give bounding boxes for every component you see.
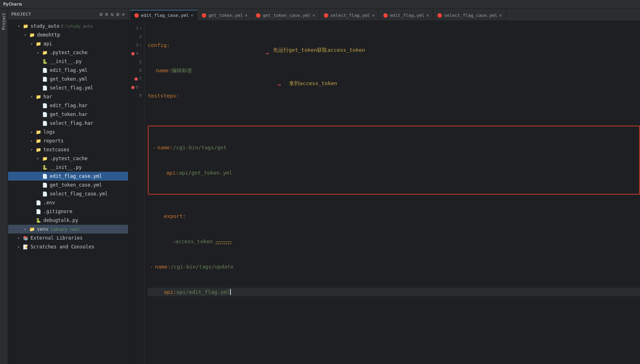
arrow-logs	[29, 129, 35, 135]
tree-label-edit-flag-case: edit_flag_case.yml	[50, 173, 102, 179]
close-icon[interactable]: ×	[122, 11, 125, 17]
tree-label-select-flag-har: select_flag.har	[50, 120, 93, 126]
tab-edit-flag[interactable]: 🔴 edit_flag.yml ×	[379, 10, 433, 20]
tab-select-flag-case[interactable]: 🔴 select_flag_case.yml ×	[433, 10, 506, 20]
tab-label-edit-flag: edit_flag.yml	[390, 13, 424, 18]
tree-item-study-auto[interactable]: 📁 study_auto E:\study_auto	[8, 22, 128, 31]
settings-icon[interactable]: ⚙	[100, 11, 103, 17]
tree-label-init-api: __init__.py	[50, 59, 82, 64]
tree-item-reports[interactable]: 📁 reports	[8, 136, 128, 145]
arrow-demohttp	[22, 32, 28, 38]
tree-item-select-flag-har[interactable]: 📄 select_flag.har	[8, 119, 128, 128]
har-icon-edit-flag: 📄	[42, 102, 48, 109]
tree-item-pytest-cache-api[interactable]: 📁 .pytest_cache	[8, 48, 128, 57]
tree-item-pytest-cache-tc[interactable]: 📁 .pytest_cache	[8, 154, 128, 163]
tab-get-token-case[interactable]: 🔴 get_token_case.yml ×	[252, 10, 319, 20]
collapse-icon[interactable]: ≡	[105, 11, 108, 17]
tree-item-get-token-case-yml[interactable]: 📄 get_token_case.yml	[8, 181, 128, 189]
gear-icon[interactable]: ⚙	[116, 11, 119, 17]
sort-icon[interactable]: ⇅	[111, 11, 114, 17]
leaf-select-flag-har	[35, 120, 41, 126]
tree-item-select-flag-yml[interactable]: 📄 select_flag.yml	[8, 83, 128, 92]
tree-item-env[interactable]: 📄 .env	[8, 198, 128, 207]
tree-item-har[interactable]: 📁 har	[8, 92, 128, 101]
tab-icon-select-flag: 🔴	[324, 13, 328, 18]
tab-label-edit-flag-case: edit_flag_case.yml	[141, 13, 189, 18]
code-content[interactable]: config: name: 编辑标签 teststeps: -name: /cg…	[145, 21, 640, 364]
tree-label-select-flag-yml: select_flag.yml	[50, 85, 93, 91]
code-line-2: name: 编辑标签	[148, 66, 640, 75]
tree-item-edit-flag-yml-api[interactable]: 📄 edit_flag.yml	[8, 66, 128, 75]
tree-item-get-token-har[interactable]: 📄 get_token.har	[8, 110, 128, 119]
leaf-edit-flag-api	[35, 67, 41, 73]
project-tab[interactable]: Project	[1, 10, 7, 32]
tab-close-get-token[interactable]: ×	[245, 13, 247, 18]
tree-label-edit-flag-har: edit_flag.har	[50, 103, 88, 108]
tree-item-edit-flag-har[interactable]: 📄 edit_flag.har	[8, 101, 128, 110]
annotation-access-token: 拿到access_token	[289, 79, 337, 87]
tab-label-get-token-case: get_token_case.yml	[263, 13, 310, 18]
tree-label-logs: logs	[43, 129, 55, 135]
tree-item-external-libs[interactable]: 📚 External Libraries	[8, 234, 128, 242]
tab-close-get-token-case[interactable]: ×	[313, 13, 315, 18]
py-icon-init-api: 🐍	[42, 58, 48, 65]
folder-icon-testcases: 📁	[35, 146, 42, 153]
tree-item-venv[interactable]: 📁 venv library root	[8, 225, 128, 234]
folder-icon-cache-api: 📁	[42, 49, 48, 56]
vertical-tabs: Project	[0, 9, 8, 364]
tree-item-scratches[interactable]: 📝 Scratches and Consoles	[8, 242, 128, 251]
tree-item-debugtalk[interactable]: 🐍 debugtalk.py	[8, 216, 128, 225]
code-editor[interactable]: 1▾ 2 3▾ 4- 5 6 7 8- 9 config: name: 编辑标签	[128, 21, 640, 364]
tree-item-gitignore[interactable]: 📄 .gitignore	[8, 207, 128, 216]
leaf-select-flag-case	[35, 191, 41, 197]
leaf-get-token	[35, 76, 41, 82]
tree-label-demohttp: demohttp	[37, 32, 60, 38]
code-line-9: api: api/edit_flag.yml	[148, 288, 640, 296]
tab-close-edit-flag-case[interactable]: ×	[191, 13, 193, 18]
tree-label-get-token-har: get_token.har	[50, 112, 88, 117]
tab-close-edit-flag[interactable]: ×	[426, 13, 429, 18]
tree-item-api[interactable]: 📁 api	[8, 39, 128, 48]
tree-item-init-tc[interactable]: 🐍 __init__.py	[8, 163, 128, 172]
tree-item-select-flag-case-yml[interactable]: 📄 select_flag_case.yml	[8, 189, 128, 198]
leaf-init-tc	[35, 165, 41, 170]
code-line-5: api: api/get_token.yml	[149, 169, 639, 177]
app-window: PyCharm Project Project ⚙ ≡ ⇅ ⚙ ×	[0, 0, 640, 364]
tree-label-scratches: Scratches and Consoles	[31, 244, 94, 250]
tree-label-gitignore: .gitignore	[43, 209, 72, 214]
folder-icon-cache-tc: 📁	[42, 155, 48, 162]
tree-item-demohttp[interactable]: 📁 demohttp	[8, 31, 128, 39]
tab-close-select-flag[interactable]: ×	[372, 13, 375, 18]
tree-item-init-api[interactable]: 🐍 __init__.py	[8, 57, 128, 66]
tab-icon-edit-flag-case: 🔴	[134, 13, 139, 18]
tree-item-logs[interactable]: 📁 logs	[8, 128, 128, 136]
tree-label-edit-flag-yml: edit_flag.yml	[50, 67, 88, 73]
tree-item-get-token-yml[interactable]: 📄 get_token.yml	[8, 75, 128, 83]
tab-icon-select-flag-case: 🔴	[437, 13, 442, 18]
tab-get-token[interactable]: 🔴 get_token.yml ×	[198, 10, 252, 20]
tree-label-venv: venv	[37, 226, 49, 232]
leaf-get-token-har	[35, 112, 41, 117]
file-tree: 📁 study_auto E:\study_auto 📁 demohttp 📁	[8, 20, 128, 364]
tab-close-select-flag-case[interactable]: ×	[499, 13, 502, 18]
yml-icon-get-token: 📄	[42, 76, 48, 82]
ext-icon: 📚	[22, 235, 29, 241]
file-tree-panel: Project ⚙ ≡ ⇅ ⚙ × 📁 study_auto E:\study_…	[8, 9, 128, 364]
tree-item-edit-flag-case-yml[interactable]: 📄 edit_flag_case.yml	[8, 172, 128, 181]
top-bar: PyCharm	[0, 0, 640, 9]
tree-label-debugtalk: debugtalk.py	[43, 218, 78, 223]
code-line-7: - access_token—————	[148, 237, 640, 246]
tab-select-flag[interactable]: 🔴 select_flag.yml ×	[320, 10, 379, 20]
tab-edit-flag-case[interactable]: 🔴 edit_flag_case.yml ×	[130, 10, 198, 20]
arrow-api	[29, 41, 35, 47]
har-icon-select-flag: 📄	[42, 120, 48, 126]
yml-icon-select-flag: 📄	[42, 85, 48, 91]
folder-icon-demohttp: 📁	[29, 32, 35, 38]
tree-item-testcases[interactable]: 📁 testcases	[8, 145, 128, 154]
arrow-annotation2: →	[277, 80, 281, 89]
leaf-env	[29, 200, 35, 205]
tree-label-external-libs: External Libraries	[31, 235, 83, 241]
panel-title: Project	[11, 12, 31, 17]
tree-label-get-token-case: get_token_case.yml	[50, 182, 102, 188]
folder-icon-study-auto: 📁	[22, 23, 29, 29]
